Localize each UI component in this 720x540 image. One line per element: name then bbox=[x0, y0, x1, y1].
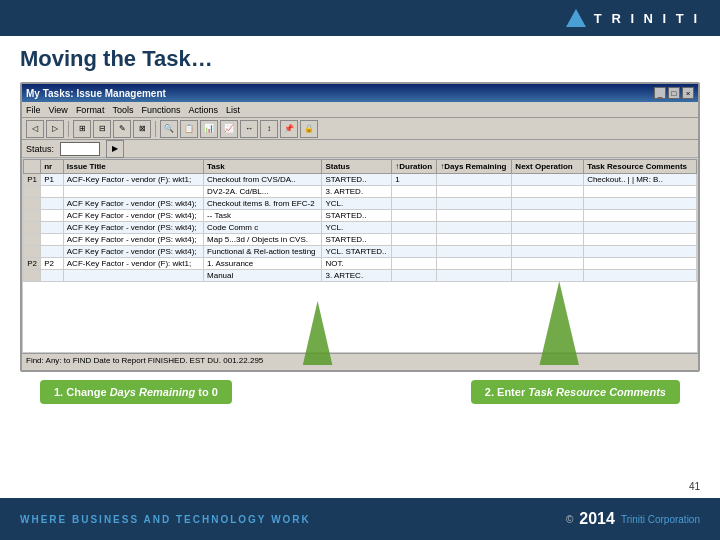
menu-file[interactable]: File bbox=[26, 105, 41, 115]
table-row[interactable]: ACF Key Factor - vendor (PS: wkt4); Map … bbox=[24, 234, 697, 246]
filter-input[interactable] bbox=[60, 142, 100, 156]
toolbar-btn-8[interactable]: 📋 bbox=[180, 120, 198, 138]
row-next bbox=[512, 270, 584, 282]
row-indicator bbox=[24, 210, 41, 222]
row-taskres bbox=[584, 234, 697, 246]
row-status: 3. ARTED. bbox=[322, 186, 392, 198]
menu-format[interactable]: Format bbox=[76, 105, 105, 115]
page-title: Moving the Task… bbox=[20, 46, 213, 72]
toolbar-btn-1[interactable]: ◁ bbox=[26, 120, 44, 138]
toolbar: ◁ ▷ ⊞ ⊟ ✎ ⊠ 🔍 📋 📊 📈 ↔ ↕ 📌 🔒 bbox=[22, 118, 698, 140]
row-status: YCL. bbox=[322, 198, 392, 210]
table-body: P1 P1 ACF-Key Factor - vendor (F): wkt1;… bbox=[24, 174, 697, 282]
row-duration bbox=[392, 246, 437, 258]
col-issue[interactable]: Issue Title bbox=[63, 160, 203, 174]
row-nr bbox=[41, 246, 64, 258]
table-row[interactable]: P1 P1 ACF-Key Factor - vendor (F): wkt1;… bbox=[24, 174, 697, 186]
table-row[interactable]: Manual 3. ARTEC. bbox=[24, 270, 697, 282]
toolbar-btn-12[interactable]: ↕ bbox=[260, 120, 278, 138]
callout-area: 1. Change Days Remaining to 0 2. Enter T… bbox=[20, 380, 700, 404]
menu-view[interactable]: View bbox=[49, 105, 68, 115]
menu-tools[interactable]: Tools bbox=[112, 105, 133, 115]
row-nr bbox=[41, 210, 64, 222]
row-days bbox=[437, 174, 512, 186]
close-button[interactable]: × bbox=[682, 87, 694, 99]
row-issue: ACF-Key Factor - vendor (F): wkt1; bbox=[63, 174, 203, 186]
col-nr[interactable]: nr bbox=[41, 160, 64, 174]
window-title-text: My Tasks: Issue Management bbox=[26, 88, 166, 99]
step1-suffix: to 0 bbox=[195, 386, 218, 398]
row-next bbox=[512, 222, 584, 234]
col-status[interactable]: Status bbox=[322, 160, 392, 174]
row-days bbox=[437, 186, 512, 198]
toolbar-btn-2[interactable]: ▷ bbox=[46, 120, 64, 138]
footer: WHERE BUSINESS AND TECHNOLOGY WORK © 201… bbox=[0, 498, 720, 540]
table-row[interactable]: ACF Key Factor - vendor (PS: wkt4); Func… bbox=[24, 246, 697, 258]
toolbar-btn-14[interactable]: 🔒 bbox=[300, 120, 318, 138]
row-taskres bbox=[584, 246, 697, 258]
footer-year: 2014 bbox=[579, 510, 615, 528]
row-issue: ACF Key Factor - vendor (PS: wkt4); bbox=[63, 222, 203, 234]
minimize-button[interactable]: _ bbox=[654, 87, 666, 99]
row-task: Checkout items 8. from EFC-2 bbox=[204, 198, 322, 210]
row-status: YCL. STARTED.. bbox=[322, 246, 392, 258]
toolbar-btn-13[interactable]: 📌 bbox=[280, 120, 298, 138]
title-row: Moving the Task… bbox=[20, 46, 700, 72]
table-row[interactable]: DV2-2A. Cd/BL... 3. ARTED. bbox=[24, 186, 697, 198]
step1-bold: Days Remaining bbox=[110, 386, 196, 398]
step1-text: 1. Change bbox=[54, 386, 110, 398]
page-number: 41 bbox=[689, 481, 700, 492]
toolbar-btn-3[interactable]: ⊞ bbox=[73, 120, 91, 138]
row-issue bbox=[63, 270, 203, 282]
menu-bar: File View Format Tools Functions Actions… bbox=[22, 102, 698, 118]
menu-actions[interactable]: Actions bbox=[188, 105, 218, 115]
menu-list[interactable]: List bbox=[226, 105, 240, 115]
row-taskres bbox=[584, 186, 697, 198]
row-days bbox=[437, 210, 512, 222]
row-nr bbox=[41, 222, 64, 234]
row-task: 1. Assurance bbox=[204, 258, 322, 270]
table-container: nr Issue Title Task Status ↑Duration ↑Da… bbox=[22, 158, 698, 353]
row-nr: P1 bbox=[41, 174, 64, 186]
col-taskres[interactable]: Task Resource Comments bbox=[584, 160, 697, 174]
row-duration bbox=[392, 222, 437, 234]
col-days[interactable]: ↑Days Remaining bbox=[437, 160, 512, 174]
menu-functions[interactable]: Functions bbox=[141, 105, 180, 115]
row-taskres bbox=[584, 222, 697, 234]
row-next bbox=[512, 210, 584, 222]
toolbar-btn-9[interactable]: 📊 bbox=[200, 120, 218, 138]
toolbar-btn-7[interactable]: 🔍 bbox=[160, 120, 178, 138]
row-indicator bbox=[24, 270, 41, 282]
row-nr bbox=[41, 186, 64, 198]
row-days bbox=[437, 270, 512, 282]
row-issue: ACF Key Factor - vendor (PS: wkt4); bbox=[63, 246, 203, 258]
step2-bold: Task Resource Comments bbox=[528, 386, 666, 398]
row-taskres: Checkout.. | | MR: B.. bbox=[584, 174, 697, 186]
row-task: Functional & Rel-action testing bbox=[204, 246, 322, 258]
row-duration bbox=[392, 198, 437, 210]
col-task[interactable]: Task bbox=[204, 160, 322, 174]
maximize-button[interactable]: □ bbox=[668, 87, 680, 99]
row-issue bbox=[63, 186, 203, 198]
row-nr: P2 bbox=[41, 258, 64, 270]
window-controls: _ □ × bbox=[654, 87, 694, 99]
row-status: STARTED.. bbox=[322, 210, 392, 222]
table-row[interactable]: ACF Key Factor - vendor (PS: wkt4); -- T… bbox=[24, 210, 697, 222]
toolbar-btn-6[interactable]: ⊠ bbox=[133, 120, 151, 138]
col-duration[interactable]: ↑Duration bbox=[392, 160, 437, 174]
window-titlebar: My Tasks: Issue Management _ □ × bbox=[22, 84, 698, 102]
toolbar-btn-4[interactable]: ⊟ bbox=[93, 120, 111, 138]
toolbar-btn-10[interactable]: 📈 bbox=[220, 120, 238, 138]
row-duration bbox=[392, 234, 437, 246]
row-issue: ACF Key Factor - vendor (PS: wkt4); bbox=[63, 198, 203, 210]
row-days bbox=[437, 246, 512, 258]
filter-search-btn[interactable]: ▶ bbox=[106, 140, 124, 158]
toolbar-btn-5[interactable]: ✎ bbox=[113, 120, 131, 138]
toolbar-btn-11[interactable]: ↔ bbox=[240, 120, 258, 138]
table-row[interactable]: ACF Key Factor - vendor (PS: wkt4); Code… bbox=[24, 222, 697, 234]
col-next[interactable]: Next Operation bbox=[512, 160, 584, 174]
row-status: 3. ARTEC. bbox=[322, 270, 392, 282]
table-row[interactable]: P2 P2 ACF-Key Factor - vendor (F): wkt1;… bbox=[24, 258, 697, 270]
table-row[interactable]: ACF Key Factor - vendor (PS: wkt4); Chec… bbox=[24, 198, 697, 210]
toolbar-sep-2 bbox=[155, 121, 156, 137]
